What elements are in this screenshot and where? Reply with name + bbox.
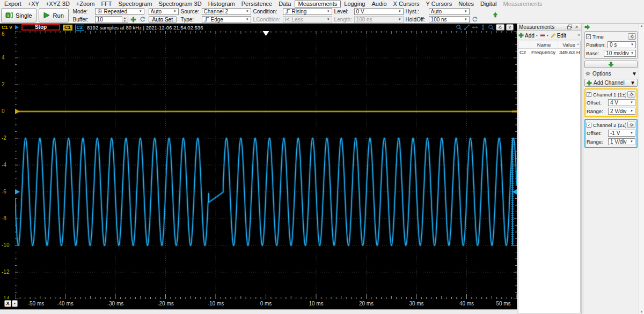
menu-item-measurements[interactable]: Measurements (295, 1, 341, 8)
rising-edge-icon (285, 9, 290, 14)
holdoff-label: HoldOff: (406, 17, 427, 23)
condition-select[interactable]: Rising▼ (283, 8, 332, 15)
menu-item-histogram[interactable]: Histogram (205, 1, 238, 8)
zoom-in-icon[interactable] (456, 24, 462, 31)
channel-2-range-select[interactable]: 1 V/div▼ (608, 138, 635, 145)
y-axis-label: -8 (2, 215, 14, 221)
expand-time-button[interactable] (584, 61, 638, 68)
menu-item-persistence[interactable]: Persistence (238, 1, 275, 8)
refresh-buffer-button[interactable] (139, 16, 147, 23)
c1-badge[interactable]: C1 (63, 25, 72, 31)
position-select[interactable]: 0 s▼ (608, 41, 636, 48)
scroll-up-icon[interactable]: ▲ (640, 24, 643, 27)
run-button[interactable]: Run (39, 8, 69, 23)
zoom-options-button[interactable] (496, 24, 504, 31)
level-select[interactable]: 0 V▼ (354, 8, 404, 15)
edit-measurement-button[interactable]: Edit (551, 33, 566, 39)
refresh-icon (472, 17, 478, 23)
column-header[interactable]: Name (530, 41, 558, 48)
scroll-up-icon[interactable]: ▲ (576, 42, 580, 46)
channel-2-checkbox[interactable]: ✓ (587, 123, 591, 128)
x-axis-label: -20 ms (155, 301, 177, 306)
trigger-mode-select[interactable]: Auto▼ (149, 8, 179, 15)
add-channel-button[interactable]: Add Channel ▼ (584, 79, 638, 87)
chevron-down-icon: ▼ (630, 131, 633, 134)
zoom-x-icon[interactable] (472, 24, 478, 31)
time-checkbox[interactable]: ✓ (586, 34, 591, 39)
y-axis-button[interactable]: Y (506, 24, 514, 31)
channel-1-settings-button[interactable] (627, 91, 635, 98)
c2-badge[interactable]: C2 (75, 25, 85, 31)
x-axis-dropdown-button[interactable]: ▼ (12, 300, 18, 307)
type-select[interactable]: Edge▼ (202, 16, 251, 23)
column-header[interactable] (518, 41, 530, 48)
add-buffer-button[interactable] (130, 16, 137, 23)
channel-1-checkbox[interactable]: ✓ (587, 92, 591, 97)
source-label: Source: (181, 9, 200, 14)
time-settings-button[interactable] (628, 33, 636, 40)
magnifier-icon[interactable] (488, 24, 494, 31)
menu-item-fft[interactable]: FFT (98, 1, 115, 8)
x-axis-label: -50 ms (25, 301, 47, 306)
holdoff-select[interactable]: 100 ns▼ (429, 16, 470, 23)
refresh-holdoff-button[interactable] (471, 16, 479, 23)
channel-2-settings-button[interactable] (627, 122, 635, 128)
zoom-y-icon[interactable] (480, 24, 486, 31)
channel-2-title: Channel 2 (2±) (593, 122, 626, 128)
channel-2-offset-select[interactable]: -1 V▼ (608, 130, 635, 137)
base-select[interactable]: 10 ms/div▼ (604, 50, 636, 57)
close-panel-button[interactable]: × (574, 24, 580, 30)
options-scrollbar[interactable]: ▲ ▼ (639, 24, 644, 314)
stop-button[interactable]: Stop (21, 24, 60, 31)
menu-item-audio[interactable]: Audio (368, 1, 390, 8)
chevron-down-icon: ▼ (464, 10, 467, 13)
chevron-down-icon: ▼ (546, 34, 549, 37)
length-select[interactable]: 100 ns▼ (354, 16, 404, 23)
scroll-down-icon[interactable]: ▼ (640, 310, 643, 313)
menu-item--xy[interactable]: +XY (25, 1, 42, 8)
auto-set-button[interactable]: Auto Set (149, 16, 177, 23)
source-select[interactable]: Channel 2▼ (202, 8, 251, 15)
chevron-down-icon: ▼ (13, 302, 16, 305)
x-axis-label: 50 ms (492, 301, 515, 306)
spinner-arrows[interactable]: ▲▼ (122, 16, 128, 23)
menu-item-y-cursors[interactable]: Y Cursors (422, 1, 455, 8)
buffer-label: Buffer: (73, 17, 93, 23)
single-button[interactable]: Single (1, 8, 36, 23)
measurement-row[interactable]: C2Frequency349.63 Hz (518, 49, 580, 56)
single-acquisition-icon (5, 12, 13, 19)
menu-item-notes[interactable]: Notes (455, 1, 477, 8)
lcondition-select[interactable]: Less▼ (283, 16, 332, 23)
x-axis-button[interactable]: X (4, 300, 11, 307)
plus-icon (518, 33, 524, 38)
options-row[interactable]: Options ▼ (584, 70, 638, 77)
hyst-select[interactable]: Auto▼ (429, 8, 470, 15)
toolbar-overflow-chevron[interactable]: » (577, 32, 580, 38)
menu-item-spectrogram[interactable]: Spectrogram (115, 1, 156, 8)
channel-1-range-select[interactable]: 2 V/div▼ (608, 108, 635, 115)
zoom-fit-icon[interactable] (464, 24, 470, 31)
gear-icon (629, 92, 634, 97)
measurements-title: Measurements (519, 24, 566, 30)
remove-measurement-button[interactable]: ▼ (540, 33, 549, 38)
menu-item-logging[interactable]: Logging (341, 1, 368, 8)
plus-icon (587, 80, 592, 86)
menu-item-data[interactable]: Data (275, 1, 294, 8)
channel-1-offset-select[interactable]: 4 V▼ (608, 99, 635, 106)
buffer-stepper[interactable]: 10▲▼ (95, 16, 128, 23)
add-measurement-button[interactable]: Add▼ (518, 33, 538, 39)
menu-item-measurements[interactable]: Measurements (500, 1, 546, 8)
time-title: Time (592, 34, 626, 40)
y-axis-label: 2 (2, 81, 14, 87)
float-panel-button[interactable] (567, 24, 573, 30)
menu-item-export[interactable]: Export (1, 1, 25, 8)
oscilloscope-plot[interactable] (15, 31, 517, 299)
menu-item--zoom[interactable]: +Zoom (73, 1, 98, 8)
x-axis-label: 40 ms (456, 301, 478, 306)
spin-down-icon: ▼ (122, 19, 128, 23)
menu-item-digital[interactable]: Digital (477, 1, 500, 8)
menu-item--xyz-3d[interactable]: +XYZ 3D (42, 1, 73, 8)
menu-item-x-cursors[interactable]: X Cursors (390, 1, 423, 8)
mode-select[interactable]: Repeated▼ (95, 8, 144, 15)
menu-item-spectrogram-3d[interactable]: Spectrogram 3D (156, 1, 205, 8)
